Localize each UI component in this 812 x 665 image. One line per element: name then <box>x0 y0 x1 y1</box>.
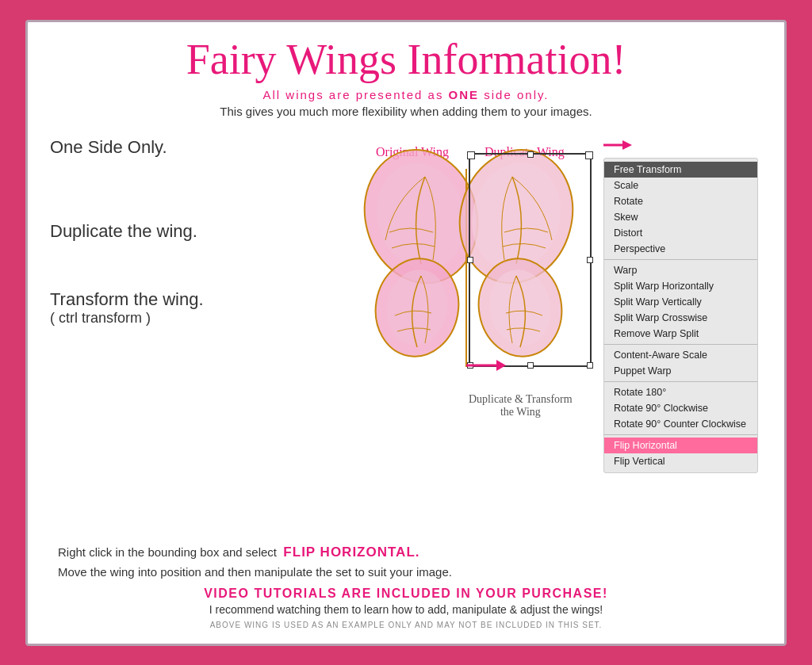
menu-divider-4 <box>604 434 757 435</box>
menu-divider-3 <box>604 381 757 382</box>
menu-warp[interactable]: Warp <box>604 262 757 278</box>
dup-transform-label: Duplicate & Transformthe Wing <box>469 393 573 418</box>
menu-skew[interactable]: Skew <box>604 209 757 225</box>
page-title: Fairy Wings Information! <box>186 36 626 83</box>
outer-border: Fairy Wings Information! All wings are p… <box>25 20 787 646</box>
menu-divider-1 <box>604 259 757 260</box>
bounding-box <box>469 153 592 367</box>
menu-puppet-warp[interactable]: Puppet Warp <box>604 363 757 379</box>
menu-split-warp-h[interactable]: Split Warp Horizontally <box>604 278 757 294</box>
footnote: ABOVE WING IS USED AS AN EXAMPLE ONLY AN… <box>58 621 754 629</box>
svg-marker-14 <box>496 360 506 371</box>
bottom-text: Right click in the bounding box and sele… <box>42 545 770 629</box>
menu-flip-vertical[interactable]: Flip Vertical <box>604 453 757 469</box>
transform-arrow <box>466 356 506 375</box>
menu-distort[interactable]: Distort <box>604 225 757 241</box>
menu-rotate-90cw[interactable]: Rotate 90° Clockwise <box>604 400 757 416</box>
menu-remove-warp[interactable]: Remove Warp Split <box>604 326 757 342</box>
flip-horizontal-instruction: Right click in the bounding box and sele… <box>58 545 754 560</box>
wing-area: Original Wing Duplicate Wing <box>346 137 592 422</box>
label-one-side: One Side Only. <box>50 137 342 158</box>
subtitle: All wings are presented as ONE side only… <box>262 88 549 101</box>
menu-arrow <box>603 137 770 153</box>
menu-content-aware[interactable]: Content-Aware Scale <box>604 347 757 363</box>
menu-free-transform[interactable]: Free Transform <box>604 162 757 178</box>
move-instruction: Move the wing into position and then man… <box>58 565 754 579</box>
right-panel: Free Transform Scale Rotate Skew Distort… <box>596 129 770 538</box>
menu-perspective[interactable]: Perspective <box>604 241 757 257</box>
menu-split-warp-v[interactable]: Split Warp Vertically <box>604 294 757 310</box>
main-area: One Side Only. Duplicate the wing. Trans… <box>42 129 770 538</box>
description: This gives you much more flexibility whe… <box>220 105 592 118</box>
context-menu: Free Transform Scale Rotate Skew Distort… <box>603 158 758 473</box>
inner-content: Fairy Wings Information! All wings are p… <box>42 36 770 629</box>
menu-rotate-180[interactable]: Rotate 180° <box>604 384 757 400</box>
svg-marker-16 <box>622 140 632 150</box>
left-panel: One Side Only. Duplicate the wing. Trans… <box>42 129 342 538</box>
menu-scale[interactable]: Scale <box>604 178 757 193</box>
video-tutorials-title: VIDEO TUTORIALS ARE INCLUDED IN YOUR PUR… <box>58 587 754 601</box>
menu-split-warp-c[interactable]: Split Warp Crosswise <box>604 310 757 326</box>
menu-divider-2 <box>604 344 757 345</box>
label-duplicate: Duplicate the wing. <box>50 221 342 242</box>
label-transform: Transform the wing. ( ctrl transform ) <box>50 289 342 327</box>
center-panel: Original Wing Duplicate Wing <box>342 129 596 538</box>
video-tutorials-sub: I recommend watching them to learn how t… <box>58 603 754 616</box>
menu-rotate[interactable]: Rotate <box>604 193 757 209</box>
menu-flip-horizontal[interactable]: Flip Horizontal <box>604 438 757 453</box>
menu-rotate-90ccw[interactable]: Rotate 90° Counter Clockwise <box>604 416 757 432</box>
